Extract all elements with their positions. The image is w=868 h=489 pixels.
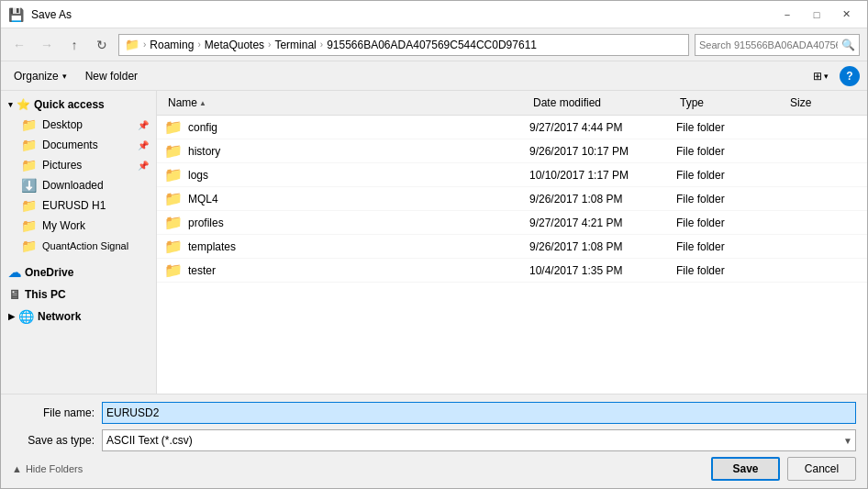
sidebar-item-desktop[interactable]: 📁 Desktop 📌 [1, 115, 156, 135]
dialog-icon: 💾 [8, 7, 24, 22]
main-area: ▾ ⭐ Quick access 📁 Desktop 📌 📁 Documents… [1, 91, 867, 394]
nav-toolbar: ← → ↑ ↻ 📁 › Roaming › MetaQuotes › Termi… [1, 28, 867, 61]
help-button[interactable]: ? [840, 66, 860, 86]
file-date: 9/27/2017 4:21 PM [529, 217, 676, 229]
sidebar-item-pictures[interactable]: 📁 Pictures 📌 [1, 155, 156, 175]
back-button[interactable]: ← [8, 34, 30, 56]
sidebar-item-downloaded[interactable]: ⬇️ Downloaded [1, 175, 156, 195]
header-type[interactable]: Type [676, 94, 786, 111]
pin-icon-pictures: 📌 [138, 161, 149, 171]
search-input[interactable] [699, 39, 838, 50]
sidebar-item-label-documents: Documents [42, 139, 98, 151]
header-size[interactable]: Size [786, 94, 860, 111]
collapse-arrow-icon: ▲ [12, 463, 22, 474]
table-row[interactable]: 📁 config 9/27/2017 4:44 PM File folder [157, 116, 867, 139]
table-row[interactable]: 📁 templates 9/26/2017 1:08 PM File folde… [157, 235, 867, 259]
file-type: File folder [676, 240, 786, 253]
header-type-label: Type [680, 96, 704, 109]
sidebar-item-mywork[interactable]: 📁 My Work [1, 216, 156, 236]
minimize-button[interactable]: − [773, 6, 801, 24]
sidebar-item-quantaction[interactable]: 📁 QuantAction Signal [1, 236, 156, 256]
sidebar-item-label-eurusd: EURUSD H1 [42, 199, 106, 212]
folder-icon: 📁 [164, 142, 183, 160]
file-name: MQL4 [188, 193, 218, 206]
view-button[interactable]: ⊞ ▾ [809, 68, 832, 84]
sidebar-item-eurusd[interactable]: 📁 EURUSD H1 [1, 195, 156, 216]
up-button[interactable]: ↑ [63, 34, 85, 56]
breadcrumb-icon: 📁 [125, 38, 139, 51]
sidebar-section-quick-access[interactable]: ▾ ⭐ Quick access [1, 94, 156, 115]
saveas-select[interactable]: ASCII Text (*.csv) [102, 429, 856, 451]
file-date: 9/26/2017 1:08 PM [529, 193, 676, 206]
breadcrumb-roaming[interactable]: Roaming [150, 39, 194, 51]
quick-access-icon: ⭐ [17, 98, 30, 111]
table-row[interactable]: 📁 history 9/26/2017 10:17 PM File folder [157, 139, 867, 163]
header-name-label: Name [168, 96, 197, 109]
hide-folders-label: Hide Folders [26, 463, 83, 474]
file-type: File folder [676, 193, 786, 206]
organize-label: Organize [14, 70, 59, 83]
pictures-folder-icon: 📁 [21, 158, 37, 172]
pin-icon-desktop: 📌 [138, 120, 149, 130]
file-date: 10/4/2017 1:35 PM [529, 264, 676, 277]
organize-button[interactable]: Organize ▾ [8, 68, 72, 84]
table-row[interactable]: 📁 logs 10/10/2017 1:17 PM File folder [157, 163, 867, 187]
onedrive-icon: ☁ [8, 265, 21, 280]
file-type: File folder [676, 217, 786, 229]
saveas-row: Save as type: ASCII Text (*.csv) ▼ [12, 429, 856, 451]
sidebar-section-thispc[interactable]: 🖥 This PC [1, 283, 156, 306]
folder-icon: 📁 [164, 261, 183, 279]
sidebar-section-onedrive[interactable]: ☁ OneDrive [1, 261, 156, 283]
file-type: File folder [676, 169, 786, 182]
saveas-select-wrapper: ASCII Text (*.csv) ▼ [102, 429, 856, 451]
save-button[interactable]: Save [711, 457, 780, 481]
onedrive-label: OneDrive [25, 266, 73, 279]
quick-access-label: Quick access [34, 98, 105, 111]
file-list-header: Name ▲ Date modified Type Size [157, 91, 867, 116]
header-name[interactable]: Name ▲ [164, 94, 529, 111]
downloaded-folder-icon: ⬇️ [21, 178, 37, 193]
header-date-label: Date modified [533, 96, 601, 109]
view-dropdown-icon: ▾ [824, 72, 829, 81]
table-row[interactable]: 📁 profiles 9/27/2017 4:21 PM File folder [157, 211, 867, 235]
breadcrumb-metaquotes[interactable]: MetaQuotes [205, 39, 264, 51]
forward-button[interactable]: → [36, 34, 58, 56]
view-icon: ⊞ [813, 70, 822, 83]
breadcrumb-terminal[interactable]: Terminal [274, 39, 316, 51]
sidebar-section-network[interactable]: ▶ 🌐 Network [1, 306, 156, 328]
secondary-toolbar: Organize ▾ New folder ⊞ ▾ ? [1, 61, 867, 91]
save-as-dialog: 💾 Save As − □ ✕ ← → ↑ ↻ 📁 › Roaming › Me… [0, 0, 868, 489]
pin-icon-documents: 📌 [138, 140, 149, 150]
breadcrumb-guid[interactable]: 915566BA06ADA407569C544CC0D97611 [327, 39, 537, 51]
hide-folders-button[interactable]: ▲ Hide Folders [12, 457, 83, 481]
table-row[interactable]: 📁 tester 10/4/2017 1:35 PM File folder [157, 259, 867, 283]
cancel-button[interactable]: Cancel [787, 457, 856, 481]
thispc-label: This PC [25, 288, 66, 301]
folder-icon: 📁 [164, 214, 183, 231]
folder-icon: 📁 [164, 238, 183, 255]
file-date: 10/10/2017 1:17 PM [529, 169, 676, 182]
search-icon: 🔍 [841, 39, 855, 51]
breadcrumb-bar[interactable]: 📁 › Roaming › MetaQuotes › Terminal › 91… [118, 34, 689, 56]
filename-input[interactable] [102, 402, 856, 424]
sidebar-item-label-mywork: My Work [42, 219, 85, 232]
table-row[interactable]: 📁 MQL4 9/26/2017 1:08 PM File folder [157, 187, 867, 211]
new-folder-button[interactable]: New folder [80, 68, 143, 84]
sidebar-item-label-downloaded: Downloaded [42, 179, 104, 192]
maximize-button[interactable]: □ [803, 6, 830, 24]
title-bar: 💾 Save As − □ ✕ [1, 1, 867, 28]
sidebar-item-documents[interactable]: 📁 Documents 📌 [1, 135, 156, 155]
refresh-button[interactable]: ↻ [91, 34, 113, 56]
button-row: ▲ Hide Folders Save Cancel [12, 457, 856, 481]
quick-access-collapse-icon: ▾ [8, 100, 13, 109]
file-name: templates [188, 240, 236, 253]
header-size-label: Size [790, 96, 811, 109]
eurusd-folder-icon: 📁 [21, 198, 37, 213]
sidebar-item-label-desktop: Desktop [42, 118, 83, 131]
header-date[interactable]: Date modified [529, 94, 676, 111]
folder-icon: 📁 [164, 166, 183, 183]
saveas-label: Save as type: [12, 434, 95, 447]
file-name: tester [188, 264, 216, 277]
filename-label: File name: [12, 406, 95, 419]
close-button[interactable]: ✕ [832, 6, 860, 24]
